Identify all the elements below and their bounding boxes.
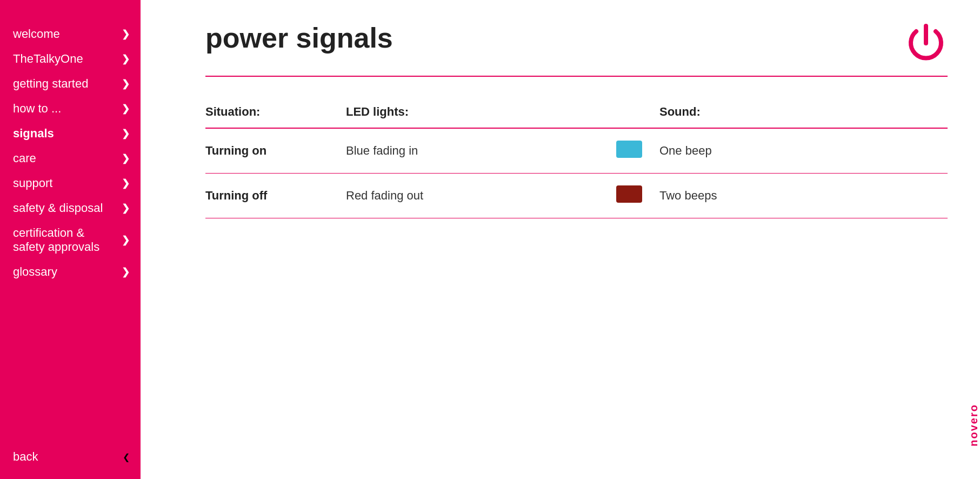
cell-sound: One beep [659, 128, 948, 174]
led-color-swatch [616, 141, 642, 158]
power-icon [904, 22, 948, 65]
sidebar-chevron-icon: ❯ [122, 177, 130, 189]
col-led: LED lights: [346, 98, 616, 128]
sidebar-chevron-icon: ❯ [122, 53, 130, 65]
col-sound: Sound: [659, 98, 948, 128]
table-row: Turning onBlue fading inOne beep [205, 128, 948, 174]
signals-table: Situation: LED lights: Sound: Turning on… [205, 98, 948, 218]
novero-brand: novero [963, 404, 980, 447]
sidebar-item-label: support [13, 176, 52, 190]
cell-led: Red fading out [346, 174, 616, 218]
sidebar-item-care[interactable]: care❯ [0, 146, 141, 171]
sidebar-chevron-icon: ❯ [122, 78, 130, 90]
page-title: power signals [205, 22, 393, 54]
sidebar-chevron-icon: ❯ [122, 103, 130, 115]
cell-sound: Two beeps [659, 174, 948, 218]
sidebar-item-label: welcome [13, 27, 60, 41]
sidebar-item-support[interactable]: support❯ [0, 171, 141, 196]
sidebar-item-label: glossary [13, 265, 57, 279]
sidebar-chevron-icon: ❯ [122, 266, 130, 278]
table-row: Turning offRed fading outTwo beeps [205, 174, 948, 218]
sidebar-chevron-icon: ❯ [122, 234, 130, 246]
sidebar-nav: welcome❯TheTalkyOne❯getting started❯how … [0, 0, 141, 439]
sidebar-item-label: TheTalkyOne [13, 52, 83, 66]
sidebar-bottom: back ❮ [0, 439, 141, 479]
sidebar-item-safety-disposal[interactable]: safety & disposal❯ [0, 196, 141, 221]
sidebar-chevron-icon: ❯ [122, 128, 130, 139]
table-header: Situation: LED lights: Sound: [205, 98, 948, 128]
sidebar-item-label: signals [13, 127, 54, 141]
sidebar-item-label: how to ... [13, 102, 61, 116]
sidebar-item-label: certification & safety approvals [13, 226, 99, 254]
sidebar-item-certification[interactable]: certification & safety approvals❯ [0, 221, 141, 260]
sidebar-chevron-icon: ❯ [122, 28, 130, 40]
sidebar-item-welcome[interactable]: welcome❯ [0, 22, 141, 46]
sidebar-item-signals[interactable]: signals❯ [0, 121, 141, 146]
sidebar-item-label: getting started [13, 77, 88, 91]
sidebar-item-how-to[interactable]: how to ...❯ [0, 96, 141, 121]
cell-situation: Turning off [205, 174, 346, 218]
sidebar-chevron-icon: ❯ [122, 152, 130, 164]
cell-led: Blue fading in [346, 128, 616, 174]
sidebar-item-the-talky-one[interactable]: TheTalkyOne❯ [0, 46, 141, 71]
cell-swatch [616, 174, 659, 218]
cell-situation: Turning on [205, 128, 346, 174]
led-color-swatch [616, 185, 642, 203]
col-swatch [616, 98, 659, 128]
back-button[interactable]: back [13, 450, 38, 464]
sidebar-item-label: safety & disposal [13, 201, 103, 215]
table-body: Turning onBlue fading inOne beepTurning … [205, 128, 948, 218]
main-content: power signals Situation: LED lights: Sou… [141, 0, 980, 479]
col-situation: Situation: [205, 98, 346, 128]
page-header: power signals [205, 22, 948, 77]
cell-swatch [616, 128, 659, 174]
sidebar-chevron-icon: ❯ [122, 202, 130, 214]
sidebar-item-getting-started[interactable]: getting started❯ [0, 71, 141, 96]
sidebar: welcome❯TheTalkyOne❯getting started❯how … [0, 0, 141, 479]
back-chevron-icon[interactable]: ❮ [123, 452, 130, 462]
sidebar-item-glossary[interactable]: glossary❯ [0, 260, 141, 284]
sidebar-item-label: care [13, 151, 36, 165]
